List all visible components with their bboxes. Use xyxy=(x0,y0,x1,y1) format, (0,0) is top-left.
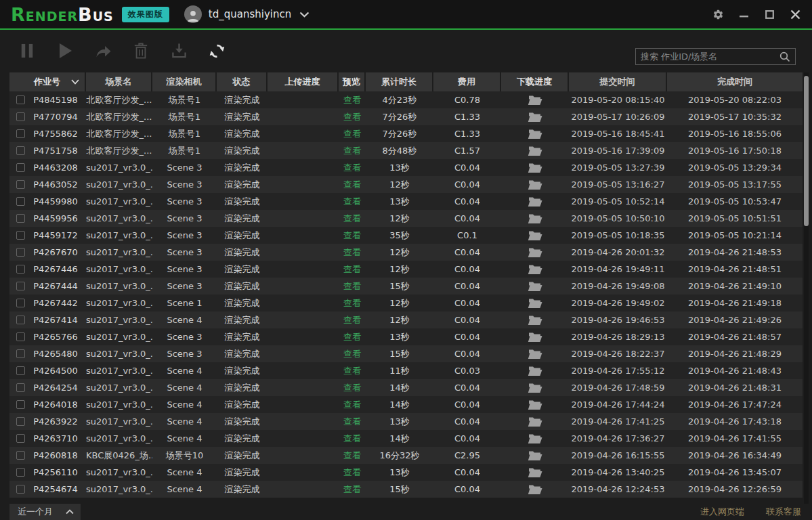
row-checkbox[interactable] xyxy=(16,112,25,121)
table-row[interactable]: P4263922 su2017_vr3.0_... Scene 4 渲染完成 查… xyxy=(9,413,803,430)
preview-link[interactable]: 查看 xyxy=(343,349,361,359)
preview-link[interactable]: 查看 xyxy=(343,484,361,494)
row-checkbox[interactable] xyxy=(16,248,25,257)
row-checkbox[interactable] xyxy=(16,417,25,426)
open-folder-button[interactable] xyxy=(528,129,542,139)
row-checkbox[interactable] xyxy=(16,349,25,358)
table-row[interactable]: P4267446 su2017_vr3.0_... Scene 3 渲染完成 查… xyxy=(9,261,803,278)
row-checkbox[interactable] xyxy=(16,485,25,494)
open-folder-button[interactable] xyxy=(528,162,542,173)
maximize-button[interactable] xyxy=(763,8,775,20)
row-checkbox[interactable] xyxy=(16,231,25,240)
table-row[interactable]: P4267444 su2017_vr3.0_... Scene 3 渲染完成 查… xyxy=(9,278,803,295)
row-checkbox[interactable] xyxy=(16,214,25,223)
open-folder-button[interactable] xyxy=(528,349,542,360)
row-checkbox[interactable] xyxy=(16,366,25,375)
minimize-button[interactable] xyxy=(738,8,750,20)
open-folder-button[interactable] xyxy=(528,112,542,123)
preview-link[interactable]: 查看 xyxy=(343,230,361,240)
preview-link[interactable]: 查看 xyxy=(343,213,361,223)
open-folder-button[interactable] xyxy=(528,179,542,190)
table-row[interactable]: P4264500 su2017_vr3.0_... Scene 4 渲染完成 查… xyxy=(9,362,803,379)
row-checkbox[interactable] xyxy=(16,282,25,290)
preview-link[interactable]: 查看 xyxy=(343,332,361,342)
search-icon[interactable] xyxy=(779,51,790,62)
row-checkbox[interactable] xyxy=(16,468,25,477)
table-row[interactable]: P4260818 KBC展0426_场... 场景号10 渲染完成 查看 16分… xyxy=(9,447,803,464)
preview-link[interactable]: 查看 xyxy=(343,383,361,393)
start-button[interactable] xyxy=(56,42,74,60)
preview-link[interactable]: 查看 xyxy=(343,298,361,308)
chevron-down-icon[interactable] xyxy=(299,12,309,18)
open-folder-button[interactable] xyxy=(528,230,542,241)
table-row[interactable]: P4265480 su2017_vr3.0_... Scene 3 渲染完成 查… xyxy=(9,345,803,362)
table-row[interactable]: P4459956 su2017_vr3.0_... Scene 3 渲染完成 查… xyxy=(9,210,803,227)
row-checkbox[interactable] xyxy=(16,180,25,189)
row-checkbox[interactable] xyxy=(16,163,25,172)
row-checkbox[interactable] xyxy=(16,197,25,206)
time-range-filter[interactable]: 近一个月 xyxy=(9,504,81,520)
preview-link[interactable]: 查看 xyxy=(343,366,361,376)
open-folder-button[interactable] xyxy=(528,433,542,444)
preview-link[interactable]: 查看 xyxy=(343,281,361,291)
close-button[interactable] xyxy=(789,8,801,20)
table-row[interactable]: P4459172 su2017_vr3.0_... Scene 3 渲染完成 查… xyxy=(9,227,803,244)
preview-link[interactable]: 查看 xyxy=(343,467,361,477)
chevron-down-icon[interactable] xyxy=(71,79,79,85)
preview-link[interactable]: 查看 xyxy=(343,129,361,139)
table-row[interactable]: P4264254 su2017_vr3.0_... Scene 4 渲染完成 查… xyxy=(9,379,803,396)
refresh-button[interactable] xyxy=(208,42,226,60)
preview-link[interactable]: 查看 xyxy=(343,179,361,190)
search-input[interactable] xyxy=(641,51,779,62)
preview-link[interactable]: 查看 xyxy=(343,196,361,207)
preview-link[interactable]: 查看 xyxy=(343,162,361,173)
row-checkbox[interactable] xyxy=(16,451,25,460)
contact-support-link[interactable]: 联系客服 xyxy=(766,506,801,518)
open-folder-button[interactable] xyxy=(528,383,542,393)
table-row[interactable]: P4751758 北欧客厅沙发_... 场景号1 渲染完成 查看 8分48秒 C… xyxy=(9,142,803,159)
table-row[interactable]: P4459980 su2017_vr3.0_... Scene 3 渲染完成 查… xyxy=(9,193,803,210)
settings-button[interactable] xyxy=(712,8,724,20)
row-checkbox[interactable] xyxy=(16,129,25,138)
row-checkbox[interactable] xyxy=(16,95,25,104)
open-folder-button[interactable] xyxy=(528,450,542,461)
open-folder-button[interactable] xyxy=(528,399,542,410)
table-row[interactable]: P4463208 su2017_vr3.0_... Scene 3 渲染完成 查… xyxy=(9,159,803,176)
pause-button[interactable] xyxy=(18,42,36,60)
open-folder-button[interactable] xyxy=(528,95,542,106)
open-folder-button[interactable] xyxy=(528,416,542,427)
table-row[interactable]: P4264018 su2017_vr3.0_... Scene 4 渲染完成 查… xyxy=(9,396,803,413)
table-row[interactable]: P4263710 su2017_vr3.0_... Scene 4 渲染完成 查… xyxy=(9,430,803,447)
table-row[interactable]: P4267670 su2017_vr3.0_... Scene 3 渲染完成 查… xyxy=(9,244,803,261)
row-checkbox[interactable] xyxy=(16,146,25,155)
table-row[interactable]: P4845198 北欧客厅沙发_... 场景号1 渲染完成 查看 4分23秒 C… xyxy=(9,91,803,108)
open-folder-button[interactable] xyxy=(528,247,542,258)
table-row[interactable]: P4254674 su2017_vr3.0_... Scene 4 渲染完成 查… xyxy=(9,481,803,498)
user-menu[interactable]: td_quanshiyincn xyxy=(184,5,309,23)
scrollbar-thumb[interactable] xyxy=(804,76,809,226)
preview-link[interactable]: 查看 xyxy=(343,146,361,156)
open-folder-button[interactable] xyxy=(528,332,542,343)
row-checkbox[interactable] xyxy=(16,400,25,409)
open-folder-button[interactable] xyxy=(528,213,542,224)
table-row[interactable]: P4755862 北欧客厅沙发_... 场景号1 渲染完成 查看 7分26秒 C… xyxy=(9,125,803,142)
open-folder-button[interactable] xyxy=(528,146,542,156)
resubmit-button[interactable] xyxy=(94,42,112,60)
row-checkbox[interactable] xyxy=(16,383,25,392)
table-row[interactable]: P4267414 su2017_vr3.0_... Scene 4 渲染完成 查… xyxy=(9,311,803,328)
preview-link[interactable]: 查看 xyxy=(343,416,361,427)
preview-link[interactable]: 查看 xyxy=(343,433,361,443)
row-checkbox[interactable] xyxy=(16,434,25,443)
open-folder-button[interactable] xyxy=(528,366,542,376)
open-folder-button[interactable] xyxy=(528,196,542,207)
preview-link[interactable]: 查看 xyxy=(343,399,361,410)
open-folder-button[interactable] xyxy=(528,484,542,495)
row-checkbox[interactable] xyxy=(16,299,25,307)
table-row[interactable]: P4265766 su2017_vr3.0_... Scene 3 渲染完成 查… xyxy=(9,328,803,345)
preview-link[interactable]: 查看 xyxy=(343,112,361,122)
open-folder-button[interactable] xyxy=(528,315,542,326)
open-folder-button[interactable] xyxy=(528,281,542,292)
open-folder-button[interactable] xyxy=(528,467,542,478)
open-web-link[interactable]: 进入网页端 xyxy=(700,506,744,518)
table-row[interactable]: P4770794 北欧客厅沙发_... 场景号1 渲染完成 查看 7分26秒 C… xyxy=(9,108,803,125)
